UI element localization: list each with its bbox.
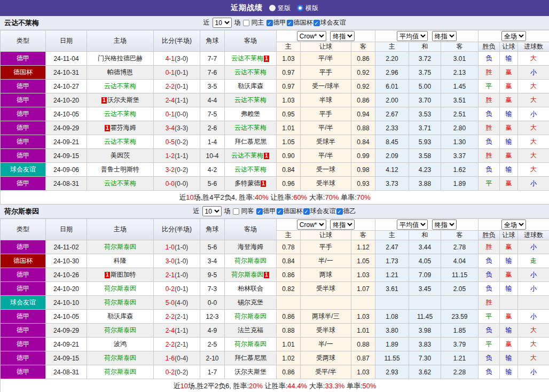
half-time-score: (2-1) xyxy=(175,341,188,348)
match-row: 德甲24-09-29荷尔斯泰因2-4(1-1)4-9法兰克福0.88受半球1.0… xyxy=(1,324,549,338)
matches-table: 类型 日期 主场 比分(半场) 角球 客场 Crow* 终指 平均值 终指 xyxy=(0,218,549,392)
result-overunder xyxy=(518,296,549,310)
league-checkbox[interactable]: ✓ xyxy=(256,208,263,215)
avg-home: 1.08 xyxy=(375,310,409,324)
col-header-avg-away: 客 xyxy=(441,42,479,52)
handicap-line: 平/半 xyxy=(301,121,351,135)
odds-source-select[interactable]: Crow* xyxy=(297,31,326,41)
red-card-badge: 1 xyxy=(261,181,266,187)
avg-select-group: 平均值 终指 xyxy=(375,30,479,42)
match-date: 24-09-06 xyxy=(46,163,87,177)
odds-ref-select[interactable]: 终指 xyxy=(330,31,355,41)
match-row: 球会友谊24-10-10荷尔斯泰因5-0(4-0)0-0锡尔克堡胜 xyxy=(1,296,549,310)
result-handicap: 输 xyxy=(500,254,518,268)
result-handicap: 输 xyxy=(500,365,518,379)
avg-home: 1.89 xyxy=(375,338,409,351)
scope-select[interactable]: 全场 xyxy=(501,219,526,230)
home-team-name: 门兴格拉德巴赫 xyxy=(98,54,143,62)
league-checkbox[interactable]: ✓ xyxy=(287,20,293,26)
same-venue-checkbox[interactable] xyxy=(243,20,249,26)
col-header-handicap-result: 让球 xyxy=(500,231,518,240)
match-date: 24-10-20 xyxy=(46,282,87,296)
avg-home: 2.93 xyxy=(375,365,409,379)
home-team-cell: 荷尔斯泰因 xyxy=(87,282,154,296)
avg-source-select[interactable]: 平均值 xyxy=(397,219,428,230)
match-count-select[interactable]: 10 xyxy=(202,206,222,216)
odds-away: 1.03 xyxy=(351,268,375,282)
scope-select[interactable]: 全场 xyxy=(501,31,526,41)
score-cell: 2-2(0-1) xyxy=(154,80,200,93)
home-team-cell: 美因茨 xyxy=(87,149,154,163)
result-winloss: 负 xyxy=(479,268,500,282)
col-header-odds-home: 主 xyxy=(277,42,301,52)
col-header-away: 客场 xyxy=(225,219,277,240)
league-badge: 德甲 xyxy=(1,93,46,107)
result-overunder: 小 xyxy=(518,268,549,282)
odds-source-select[interactable]: Crow* xyxy=(297,219,326,230)
full-time-score: 5-0 xyxy=(166,299,175,307)
avg-away: 3.51 xyxy=(441,93,479,107)
full-time-score: 0-2 xyxy=(166,369,175,376)
radio-vertical-icon[interactable] xyxy=(269,5,276,11)
league-checkbox[interactable]: ✓ xyxy=(313,20,320,26)
avg-draw: 3.53 xyxy=(409,107,441,121)
home-team-name: 帕德博恩 xyxy=(107,68,133,76)
avg-home: 3.73 xyxy=(375,177,409,191)
result-overunder: 大 xyxy=(518,338,549,351)
odds-ref-select[interactable]: 终指 xyxy=(330,219,355,230)
handicap-line: 受球半 xyxy=(301,135,351,149)
layout-option-horizontal[interactable]: 横版 xyxy=(297,4,318,13)
away-team-name: 勒沃库森 xyxy=(238,82,263,90)
result-handicap xyxy=(500,296,518,310)
avg-draw: 7.30 xyxy=(409,351,441,365)
league-checkbox[interactable]: ✓ xyxy=(277,208,283,215)
away-team-cell: 法兰克福 xyxy=(225,324,277,338)
away-team-cell: 拜仁慕尼黑 xyxy=(225,351,277,365)
summary-segment: 让胜率: xyxy=(269,193,293,201)
avg-ref-select[interactable]: 终指 xyxy=(432,31,457,41)
match-date: 24-10-27 xyxy=(46,80,87,93)
match-row: 德甲24-10-27云达不莱梅2-2(0-1)3-5勒沃库森0.97受一/球半0… xyxy=(1,80,549,93)
corners: 10-4 xyxy=(200,149,225,163)
league-checkbox[interactable]: ✓ xyxy=(336,208,343,215)
away-team-name: 云达不莱梅 xyxy=(234,68,266,76)
home-team-name: 沃尔夫斯堡 xyxy=(107,96,139,104)
result-winloss: 平 xyxy=(479,338,500,351)
full-time-score: 0-5 xyxy=(166,138,175,146)
avg-ref-select[interactable]: 终指 xyxy=(432,219,457,230)
avg-source-select[interactable]: 平均值 xyxy=(397,31,428,41)
col-header-handicap-result: 让球 xyxy=(500,42,518,52)
match-date: 24-10-20 xyxy=(46,93,87,107)
match-row: 德甲24-09-21云达不莱梅0-5(0-2)1-4拜仁慕尼黑1.05受球半0.… xyxy=(1,135,549,149)
full-time-score: 1-2 xyxy=(166,152,175,160)
away-team-cell: 荷尔斯泰因1 xyxy=(225,268,277,282)
league-checkbox[interactable]: ✓ xyxy=(266,20,273,26)
odds-home: 0.88 xyxy=(277,324,301,338)
away-team-cell: 海登海姆 xyxy=(225,240,277,254)
home-team-cell: 荷尔斯泰因 xyxy=(87,365,154,379)
handicap-line: 两球 xyxy=(301,268,351,282)
result-handicap: 输 xyxy=(500,135,518,149)
away-team-name: 云达不莱梅 xyxy=(231,152,263,159)
home-team-cell: 帕德博恩 xyxy=(87,66,154,80)
match-row: 德甲24-10-05勒沃库森2-2(2-1)12-3荷尔斯泰因0.86两球半/三… xyxy=(1,310,549,324)
result-handicap: 输 xyxy=(500,52,518,66)
league-checkbox-label: 德国杯 xyxy=(294,18,313,27)
home-team-name: 荷尔斯泰因 xyxy=(104,368,136,375)
radio-horizontal-icon[interactable] xyxy=(297,5,303,11)
half-time-score: (2-1) xyxy=(175,313,188,320)
match-date: 24-09-15 xyxy=(46,149,87,163)
avg-away: 2.51 xyxy=(441,107,479,121)
handicap-line: 受两球 xyxy=(301,351,351,365)
layout-option-vertical[interactable]: 竖版 xyxy=(269,4,291,13)
summary-segment: 10 xyxy=(180,382,187,390)
home-team-name: 普鲁士明斯特 xyxy=(101,166,139,173)
full-time-score: 4-1 xyxy=(166,55,175,62)
result-overunder: 小 xyxy=(518,310,549,324)
avg-away: 1.30 xyxy=(441,135,479,149)
same-venue-checkbox[interactable] xyxy=(233,208,239,215)
league-checkbox[interactable]: ✓ xyxy=(303,208,310,215)
score-cell: 0-0(0-0) xyxy=(154,177,200,191)
odds-home: 0.95 xyxy=(277,107,301,121)
match-count-select[interactable]: 10 xyxy=(213,18,232,28)
